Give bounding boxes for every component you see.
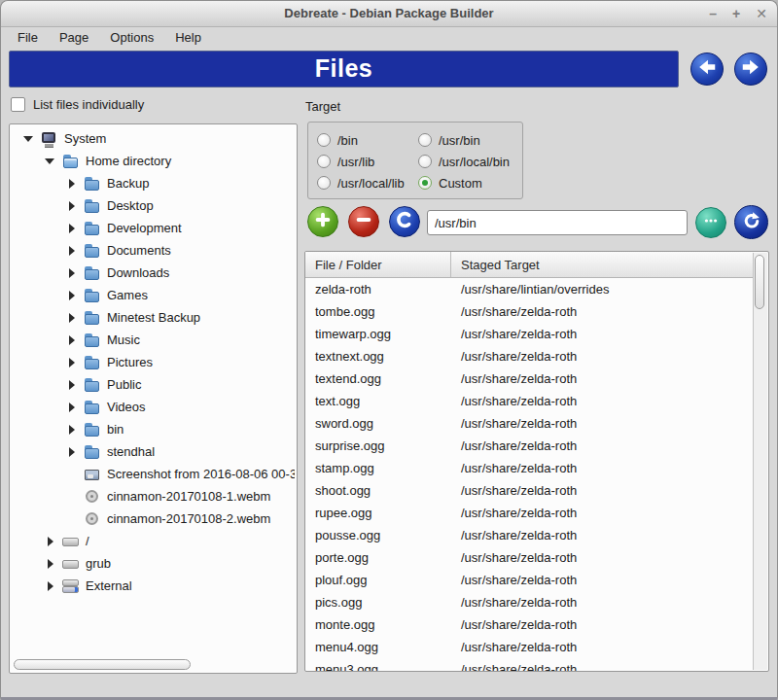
tree-item-cinnamon-20170108-1-webm[interactable]: cinnamon-20170108-1.webm	[12, 485, 295, 508]
minimize-button[interactable]: –	[709, 4, 717, 23]
table-scrollbar-thumb[interactable]	[755, 255, 764, 309]
add-file-button[interactable]	[307, 206, 338, 237]
list-files-individually-option[interactable]: List files individually	[11, 97, 144, 112]
table-row[interactable]: plouf.ogg/usr/share/zelda-roth	[305, 569, 754, 591]
tree-item-music[interactable]: Music	[12, 329, 295, 351]
clear-list-button[interactable]	[389, 206, 420, 237]
expander-collapsed-icon[interactable]	[66, 379, 78, 391]
tree-item-documents[interactable]: Documents	[12, 239, 295, 262]
target-radio-usr-lib[interactable]: /usr/lib	[317, 155, 418, 169]
table-row[interactable]: sword.ogg/usr/share/zelda-roth	[305, 412, 754, 435]
cell-file: sword.ogg	[305, 416, 451, 431]
radio-icon[interactable]	[418, 133, 432, 147]
column-header-file-folder[interactable]: File / Folder	[305, 252, 451, 277]
expander-collapsed-icon[interactable]	[45, 580, 56, 592]
expander-collapsed-icon[interactable]	[66, 223, 78, 234]
tree-item-pictures[interactable]: Pictures	[12, 351, 295, 373]
table-row[interactable]: rupee.ogg/usr/share/zelda-roth	[305, 502, 754, 524]
expander-collapsed-icon[interactable]	[66, 334, 78, 346]
table-vertical-scrollbar[interactable]	[753, 253, 767, 670]
next-page-button[interactable]	[734, 52, 767, 86]
target-radio-usr-local-bin[interactable]: /usr/local/bin	[418, 155, 513, 169]
expander-collapsed-icon[interactable]	[66, 267, 78, 279]
maximize-button[interactable]: +	[732, 4, 740, 23]
table-row[interactable]: menu3.ogg/usr/share/zelda-roth	[305, 658, 754, 671]
tree-item-screenshot-from-2016-08-06-00-33-07[interactable]: Screenshot from 2016-08-06 00-33-07	[12, 463, 295, 485]
tree-item-external[interactable]: External	[12, 575, 295, 597]
table-row[interactable]: monte.ogg/usr/share/zelda-roth	[305, 613, 754, 636]
target-radio-usr-local-lib[interactable]: /usr/local/lib	[317, 176, 418, 191]
radio-icon[interactable]	[418, 155, 432, 168]
menu-item-help[interactable]: Help	[166, 28, 210, 47]
table-row[interactable]: porte.ogg/usr/share/zelda-roth	[305, 546, 754, 569]
tree-item-grub[interactable]: grub	[12, 552, 295, 575]
tree-item-system[interactable]: System	[12, 127, 295, 150]
tree-item-cinnamon-20170108-2-webm[interactable]: cinnamon-20170108-2.webm	[12, 508, 295, 530]
table-row[interactable]: textend.ogg/usr/share/zelda-roth	[305, 368, 754, 390]
expander-collapsed-icon[interactable]	[66, 424, 78, 436]
table-row[interactable]: pics.ogg/usr/share/zelda-roth	[305, 591, 754, 613]
menu-item-page[interactable]: Page	[51, 28, 97, 47]
table-row[interactable]: shoot.ogg/usr/share/zelda-roth	[305, 479, 754, 502]
target-radio-usr-bin[interactable]: /usr/bin	[418, 133, 513, 148]
target-radio-custom[interactable]: Custom	[418, 176, 513, 191]
arrow-left-icon	[696, 56, 718, 82]
expander-collapsed-icon[interactable]	[66, 357, 78, 368]
radio-icon[interactable]	[317, 155, 331, 168]
list-files-individually-checkbox[interactable]	[11, 97, 25, 112]
tree-item-development[interactable]: Development	[12, 217, 295, 239]
remove-file-button[interactable]	[348, 206, 379, 237]
titlebar[interactable]: Debreate - Debian Package Builder – + ✕	[1, 1, 777, 27]
expander-collapsed-icon[interactable]	[66, 178, 78, 190]
table-row[interactable]: surprise.ogg/usr/share/zelda-roth	[305, 435, 754, 457]
tree-item-backup[interactable]: Backup	[12, 172, 295, 194]
tree-scrollbar-thumb[interactable]	[14, 659, 191, 670]
tree-item-public[interactable]: Public	[12, 373, 295, 396]
file-tree-panel: SystemHome directoryBackupDesktopDevelop…	[9, 123, 298, 674]
tree-item-desktop[interactable]: Desktop	[12, 194, 295, 217]
radio-icon[interactable]	[418, 176, 432, 190]
table-row[interactable]: zelda-roth/usr/share/lintian/overrides	[305, 278, 754, 300]
expander-collapsed-icon[interactable]	[66, 245, 78, 257]
expander-collapsed-icon[interactable]	[66, 312, 78, 324]
table-row[interactable]: textnext.ogg/usr/share/zelda-roth	[305, 345, 754, 368]
radio-icon[interactable]	[317, 133, 331, 147]
radio-icon[interactable]	[317, 176, 331, 190]
close-button[interactable]: ✕	[756, 4, 767, 23]
cell-staged-target: /usr/share/zelda-roth	[451, 617, 754, 632]
expander-collapsed-icon[interactable]	[45, 536, 56, 547]
expander-collapsed-icon[interactable]	[66, 402, 78, 413]
expander-collapsed-icon[interactable]	[66, 446, 78, 458]
column-header-staged-target[interactable]: Staged Target	[451, 252, 754, 277]
tree-item-games[interactable]: Games	[12, 284, 295, 306]
expander-expanded-icon[interactable]	[23, 133, 35, 145]
tree-item-stendhal[interactable]: stendhal	[12, 440, 295, 463]
tree-horizontal-scrollbar[interactable]	[12, 658, 295, 671]
expander-collapsed-icon[interactable]	[45, 558, 56, 570]
browse-target-button[interactable]	[695, 207, 726, 238]
minus-icon	[354, 210, 373, 233]
tree-item-minetest-backup[interactable]: Minetest Backup	[12, 306, 295, 329]
drive-ext-icon	[62, 578, 80, 594]
table-row[interactable]: text.ogg/usr/share/zelda-roth	[305, 390, 754, 412]
refresh-list-button[interactable]	[734, 205, 768, 239]
tree-item-videos[interactable]: Videos	[12, 396, 295, 418]
previous-page-button[interactable]	[690, 52, 724, 86]
table-row[interactable]: menu4.ogg/usr/share/zelda-roth	[305, 636, 754, 658]
table-row[interactable]: timewarp.ogg/usr/share/zelda-roth	[305, 323, 754, 345]
tree-item-root[interactable]: /	[12, 530, 295, 552]
table-row[interactable]: tombe.ogg/usr/share/zelda-roth	[305, 300, 754, 323]
tree-item-bin[interactable]: bin	[12, 418, 295, 440]
expander-collapsed-icon[interactable]	[66, 200, 78, 212]
tree-item-downloads[interactable]: Downloads	[12, 262, 295, 284]
table-row[interactable]: stamp.ogg/usr/share/zelda-roth	[305, 457, 754, 479]
cell-staged-target: /usr/share/zelda-roth	[451, 640, 754, 654]
expander-expanded-icon[interactable]	[45, 156, 56, 167]
custom-target-input[interactable]	[427, 210, 688, 235]
tree-item-home-directory[interactable]: Home directory	[12, 150, 295, 172]
expander-collapsed-icon[interactable]	[66, 290, 78, 301]
menu-item-file[interactable]: File	[9, 28, 47, 47]
table-row[interactable]: pousse.ogg/usr/share/zelda-roth	[305, 524, 754, 546]
target-radio-bin[interactable]: /bin	[317, 133, 418, 148]
menu-item-options[interactable]: Options	[101, 28, 162, 47]
